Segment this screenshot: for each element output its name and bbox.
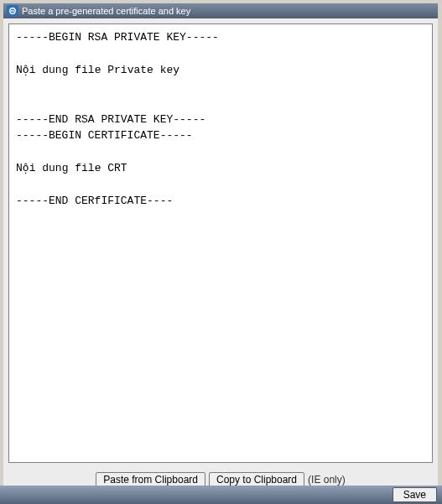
certificate-textarea[interactable] — [8, 23, 433, 463]
save-button[interactable]: Save — [393, 487, 437, 502]
certificate-panel: Paste a pre-generated certificate and ke… — [3, 3, 438, 491]
footer-bar: Save — [0, 486, 442, 504]
collapse-icon[interactable] — [7, 5, 18, 17]
panel-title: Paste a pre-generated certificate and ke… — [22, 6, 190, 16]
ie-only-note: (IE only) — [308, 474, 346, 486]
panel-body — [3, 18, 438, 470]
panel-header: Paste a pre-generated certificate and ke… — [3, 3, 438, 18]
